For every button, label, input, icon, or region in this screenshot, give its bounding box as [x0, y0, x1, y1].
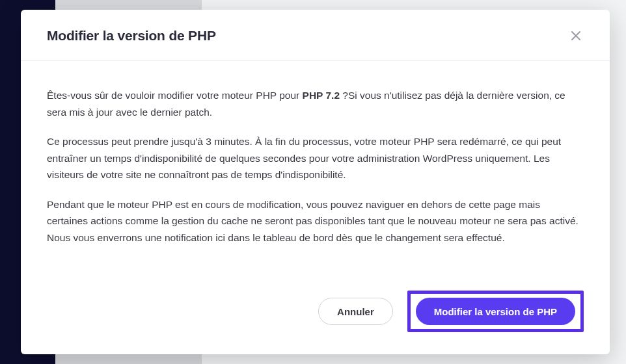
modal-title: Modifier la version de PHP [47, 28, 216, 44]
modal-footer: Annuler Modifier la version de PHP [21, 284, 610, 354]
modal-paragraph-2: Ce processus peut prendre jusqu'à 3 minu… [47, 133, 584, 183]
close-button[interactable] [568, 28, 584, 44]
cancel-button[interactable]: Annuler [318, 298, 393, 325]
php-version: PHP 7.2 [303, 90, 340, 101]
p1-prefix: Êtes-vous sûr de vouloir modifier votre … [47, 90, 303, 101]
modal-header: Modifier la version de PHP [21, 10, 610, 61]
confirm-button[interactable]: Modifier la version de PHP [416, 298, 575, 325]
modal-paragraph-3: Pendant que le moteur PHP est en cours d… [47, 196, 584, 246]
modal-paragraph-1: Êtes-vous sûr de vouloir modifier votre … [47, 87, 584, 120]
primary-button-highlight: Modifier la version de PHP [407, 291, 584, 332]
modal-dialog: Modifier la version de PHP Êtes-vous sûr… [21, 10, 610, 354]
close-icon [571, 31, 581, 41]
modal-body: Êtes-vous sûr de vouloir modifier votre … [21, 61, 610, 284]
